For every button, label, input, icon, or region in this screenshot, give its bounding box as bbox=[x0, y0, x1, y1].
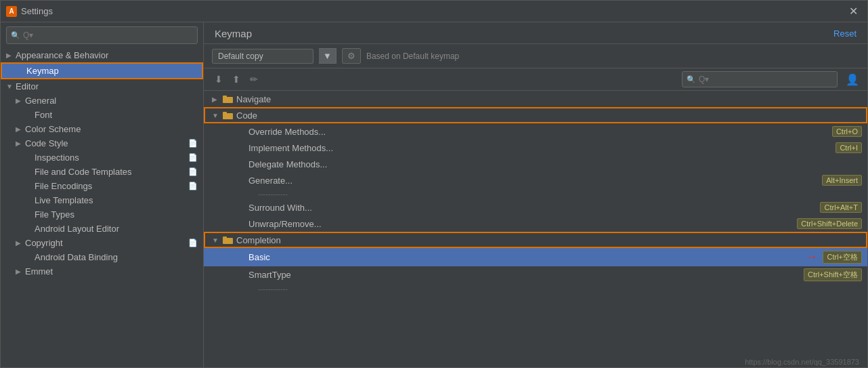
svg-rect-1 bbox=[223, 96, 227, 98]
tree-item-surround-with[interactable]: Surround With... Ctrl+Alt+T bbox=[204, 199, 867, 216]
arrow-indicator: → bbox=[805, 250, 817, 264]
app-icon: A bbox=[6, 6, 17, 17]
tree-item-code[interactable]: ▼ Code bbox=[204, 107, 867, 123]
keymap-search-box[interactable]: 🔍 bbox=[682, 71, 838, 87]
footer-url-text: https://blog.csdn.net/qq_33591873 bbox=[745, 358, 859, 366]
sidebar-item-inspections[interactable]: Inspections 📄 bbox=[1, 150, 203, 165]
tree-item-label: Basic bbox=[248, 252, 805, 262]
search-icon: 🔍 bbox=[687, 75, 696, 84]
svg-rect-2 bbox=[223, 113, 233, 119]
close-button[interactable]: ✕ bbox=[845, 3, 862, 19]
expand-all-button[interactable]: ⬇ bbox=[212, 73, 225, 86]
tree-item-label: Delegate Methods... bbox=[248, 159, 862, 169]
sidebar-item-color-scheme[interactable]: ▶ Color Scheme bbox=[1, 122, 203, 136]
sidebar-item-label: Font bbox=[35, 110, 198, 120]
badge-icon: 📄 bbox=[188, 167, 198, 176]
sidebar-item-label: Copyright bbox=[25, 238, 186, 248]
sidebar-item-font[interactable]: Font bbox=[1, 108, 203, 122]
sidebar-item-label: Appearance & Behavior bbox=[16, 50, 198, 60]
chevron-icon: ▼ bbox=[6, 83, 16, 90]
sidebar-search-input[interactable] bbox=[23, 30, 193, 40]
sidebar-item-file-types[interactable]: File Types bbox=[1, 207, 203, 222]
sidebar-item-label: File Encodings bbox=[35, 181, 186, 191]
sidebar-item-label: File and Code Templates bbox=[35, 167, 186, 177]
sidebar-search-box[interactable]: 🔍 bbox=[6, 26, 198, 44]
sidebar-item-label: Color Scheme bbox=[25, 124, 198, 134]
tree-item-implement-methods[interactable]: Implement Methods... Ctrl+I bbox=[204, 140, 867, 156]
chevron-icon: ▶ bbox=[16, 97, 25, 104]
shortcut-badge: Ctrl+Shift+Delete bbox=[797, 218, 862, 229]
tree-item-generate[interactable]: Generate... Alt+Insert bbox=[204, 172, 867, 188]
settings-window: A Settings ✕ 🔍 ▶ Appearance & Behavior K… bbox=[0, 0, 868, 368]
tree-item-completion[interactable]: ▼ Completion bbox=[204, 232, 867, 248]
shortcut-badge: Alt+Insert bbox=[822, 175, 862, 186]
sidebar-item-android-layout[interactable]: Android Layout Editor bbox=[1, 222, 203, 236]
sidebar-item-label: Android Layout Editor bbox=[35, 224, 198, 234]
tree-item-basic[interactable]: Basic → Ctrl+空格 bbox=[204, 248, 867, 266]
user-icon[interactable]: 👤 bbox=[846, 73, 859, 86]
sidebar-item-label: File Types bbox=[35, 209, 198, 220]
shortcut-badge: Ctrl+空格 bbox=[823, 251, 862, 264]
chevron-icon: ▶ bbox=[6, 52, 16, 59]
sidebar-item-label: General bbox=[25, 96, 198, 106]
folder-icon bbox=[223, 95, 234, 103]
svg-rect-4 bbox=[223, 238, 233, 244]
sidebar-item-appearance[interactable]: ▶ Appearance & Behavior bbox=[1, 48, 203, 62]
sidebar-item-android-data[interactable]: Android Data Binding bbox=[1, 250, 203, 264]
shortcut-badge: Ctrl+Shift+空格 bbox=[804, 268, 862, 281]
main-panel: Keymap Reset Default copy ▼ ⚙ Based on D… bbox=[204, 22, 867, 367]
sidebar-item-label: Keymap bbox=[26, 66, 196, 76]
shortcut-badge: Ctrl+Alt+T bbox=[820, 202, 862, 213]
sidebar-item-copyright[interactable]: ▶ Copyright 📄 bbox=[1, 236, 203, 250]
dropdown-arrow-button[interactable]: ▼ bbox=[319, 48, 337, 64]
tree-item-unwrap-remove[interactable]: Unwrap/Remove... Ctrl+Shift+Delete bbox=[204, 216, 867, 232]
panel-title: Keymap bbox=[215, 28, 252, 39]
tree-item-label: SmartType bbox=[248, 270, 801, 280]
folder-icon-completion bbox=[223, 236, 234, 244]
badge-icon: 📄 bbox=[188, 153, 198, 162]
badge-icon: 📄 bbox=[188, 139, 198, 148]
tree-item-navigate[interactable]: ▶ Navigate bbox=[204, 91, 867, 107]
chevron-icon: ▶ bbox=[212, 96, 223, 103]
keymap-controls: Default copy ▼ ⚙ Based on Default keymap bbox=[204, 44, 867, 68]
tree-item-override-methods[interactable]: Override Methods... Ctrl+O bbox=[204, 123, 867, 140]
keymap-search-input[interactable] bbox=[699, 75, 833, 84]
gear-settings-button[interactable]: ⚙ bbox=[342, 48, 361, 64]
sidebar-item-general[interactable]: ▶ General bbox=[1, 94, 203, 108]
sidebar-item-editor[interactable]: ▼ Editor bbox=[1, 79, 203, 94]
shortcut-badge: Ctrl+O bbox=[832, 126, 862, 137]
shortcut-badge: Ctrl+I bbox=[836, 142, 862, 153]
content-area: 🔍 ▶ Appearance & Behavior Keymap ▼ Edito… bbox=[1, 22, 867, 367]
sidebar-item-keymap[interactable]: Keymap bbox=[1, 62, 203, 79]
based-on-label: Based on Default keymap bbox=[366, 52, 459, 61]
chevron-icon: ▶ bbox=[16, 268, 25, 275]
sidebar-item-file-code-templates[interactable]: File and Code Templates 📄 bbox=[1, 165, 203, 179]
svg-rect-0 bbox=[223, 97, 233, 103]
tree-item-label: Override Methods... bbox=[248, 127, 829, 137]
keymap-dropdown[interactable]: Default copy bbox=[212, 49, 313, 64]
reset-button[interactable]: Reset bbox=[833, 28, 856, 39]
chevron-icon: ▶ bbox=[16, 125, 25, 133]
chevron-icon: ▶ bbox=[16, 140, 25, 147]
sidebar-item-emmet[interactable]: ▶ Emmet bbox=[1, 264, 203, 279]
chevron-icon: ▼ bbox=[212, 237, 223, 244]
sidebar-item-label: Live Templates bbox=[35, 195, 198, 205]
titlebar: A Settings ✕ bbox=[1, 1, 867, 22]
tree-item-delegate-methods[interactable]: Delegate Methods... bbox=[204, 156, 867, 172]
sidebar-item-code-style[interactable]: ▶ Code Style 📄 bbox=[1, 136, 203, 150]
main-header: Keymap Reset bbox=[204, 22, 867, 44]
sidebar-item-label: Code Style bbox=[25, 138, 186, 148]
svg-rect-5 bbox=[223, 237, 227, 239]
tree-item-smarttype[interactable]: SmartType Ctrl+Shift+空格 bbox=[204, 266, 867, 283]
sidebar-item-file-encodings[interactable]: File Encodings 📄 bbox=[1, 179, 203, 193]
search-icon: 🔍 bbox=[11, 31, 20, 40]
separator-1: ------------ bbox=[204, 188, 867, 199]
collapse-all-button[interactable]: ⬆ bbox=[230, 73, 243, 86]
badge-icon: 📄 bbox=[188, 182, 198, 190]
sidebar-item-live-templates[interactable]: Live Templates bbox=[1, 193, 203, 207]
edit-button[interactable]: ✏ bbox=[247, 73, 261, 86]
window-title: Settings bbox=[21, 6, 845, 16]
separator-2: ------------ bbox=[204, 283, 867, 294]
chevron-icon: ▼ bbox=[212, 112, 223, 119]
tree-item-label: Unwrap/Remove... bbox=[248, 219, 794, 229]
